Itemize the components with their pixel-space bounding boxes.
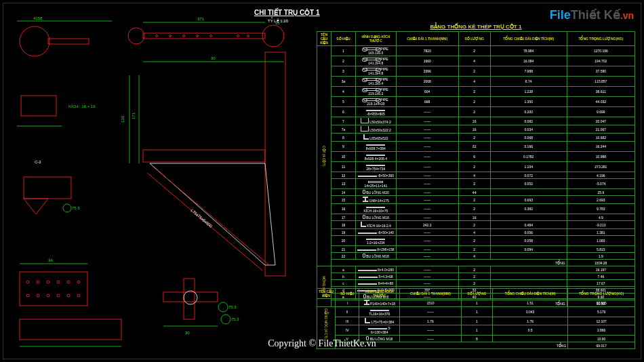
table2-header: TỔNG TRỌNG LƯỢNG(KG) bbox=[568, 289, 635, 299]
svg-point-22 bbox=[63, 204, 71, 212]
svg-point-61 bbox=[221, 315, 230, 324]
table-row: III L75×75×6×3841.7611.7612.107 bbox=[317, 317, 635, 325]
table-row: 5 PIPE 219.1x4×2066821.35044.032 bbox=[317, 97, 635, 107]
svg-point-42 bbox=[67, 281, 70, 283]
svg-point-41 bbox=[57, 281, 60, 283]
table-row: 6 -8×955×805——20.2009.699 bbox=[317, 107, 635, 117]
table-row: II TL16×16×376——10.0435.179 bbox=[317, 307, 635, 317]
table-row: 7 L50x50x374:2——160.08220.047 bbox=[317, 117, 635, 125]
table2-header: SỐ HIỆU bbox=[336, 289, 359, 299]
table-row: 4 PIPE 219.1x6.260421.22838.611 bbox=[317, 87, 635, 97]
table-row: 19 -8×50×140——40.0561.381 bbox=[317, 229, 635, 236]
table-row: 7a L50x50x322:2——160.03421.067 bbox=[317, 125, 635, 134]
svg-point-10 bbox=[197, 35, 199, 37]
svg-text:34: 34 bbox=[48, 258, 53, 262]
svg-point-4 bbox=[128, 28, 144, 44]
svg-point-7 bbox=[156, 35, 158, 37]
svg-text:L75x75x6x500: L75x75x6x500 bbox=[190, 208, 213, 228]
table2-header: SỐ LƯỢNG bbox=[461, 289, 492, 299]
svg-text:4158: 4158 bbox=[33, 16, 43, 20]
svg-point-8 bbox=[169, 35, 172, 37]
svg-rect-26 bbox=[143, 150, 265, 162]
svg-rect-25 bbox=[265, 52, 285, 276]
table-row: 2 PIPE 141.3x4.81660416.084194.702 bbox=[317, 56, 635, 66]
svg-text:171: 171 bbox=[132, 112, 136, 119]
table-row: 3a PIPE 141.3x5.4206848.74115.857 bbox=[317, 77, 635, 87]
table2-header: CHIỀU DÀI 1 THANH(MM) bbox=[400, 289, 461, 299]
table-row: 22 BU LÔNG M18——41.9 bbox=[317, 253, 635, 260]
table-row: 10 8x928.4×208.4——60.178210.988 bbox=[317, 152, 635, 162]
table1: TÊN CẤU KIỆNSỐ HIỆUHÌNH DẠNG-KÍCH THƯỚCC… bbox=[317, 31, 635, 307]
svg-line-28 bbox=[154, 167, 269, 265]
table-row: c 8×4×4×80——217.67 bbox=[317, 280, 635, 287]
table-row: 16 KÍCH:16×16×75——20.3829.783 bbox=[317, 204, 635, 214]
svg-text:75.3: 75.3 bbox=[72, 206, 80, 210]
table-row: CỘT (4 CỘT)1 PIPE 165.1x6.07823278.98412… bbox=[317, 46, 635, 56]
table-row: 15 I148×14×175——20.6932.693 bbox=[317, 196, 635, 204]
watermark-logo: FileThiết Kế.vn bbox=[550, 7, 634, 22]
table-row: 9 8x928:7×584——320.16616.244 bbox=[317, 142, 635, 152]
svg-point-38 bbox=[26, 281, 29, 283]
svg-point-13 bbox=[247, 35, 249, 37]
table1-header: HÌNH DẠNG-KÍCH THƯỚC bbox=[355, 32, 396, 46]
table-row: MÓNG (4 CT)a 8×4.0×280——219.197 bbox=[317, 266, 635, 273]
svg-text:KÍCH : 16 × 16: KÍCH : 16 × 16 bbox=[68, 104, 96, 108]
svg-point-9 bbox=[183, 35, 185, 37]
svg-point-40 bbox=[47, 281, 49, 283]
table-row: GIẰNG MÓC (4 CT)I P140×140×7×18151011.51… bbox=[317, 299, 635, 307]
svg-text:C-2: C-2 bbox=[35, 160, 41, 164]
table1-header: SỐ HIỆU bbox=[331, 32, 356, 46]
svg-point-6 bbox=[262, 25, 284, 47]
table1-header: CHIỀU DÀI 1 THANH(MM) bbox=[396, 32, 458, 46]
svg-text:75.3: 75.3 bbox=[228, 305, 237, 309]
steel-schedule-table-1: BẢNG THỐNG KÊ THÉP TRỤ CỘT 1 TÊN CẤU KIỆ… bbox=[317, 24, 635, 307]
table2-header: HÌNH DẠNG-KÍCH THƯỚC bbox=[359, 289, 400, 299]
table-row: 20 1:2×16×234——20.0581.083 bbox=[317, 236, 635, 246]
svg-point-48 bbox=[67, 294, 70, 297]
table1-header: TỔNG CHIỀU DÀI-DIỆN TÍCH(M) bbox=[490, 32, 567, 46]
table-row: 21 8×298×158——20.0945.815 bbox=[317, 246, 635, 253]
svg-text:75.3: 75.3 bbox=[231, 317, 239, 321]
cad-drawing-area: 4158 371 16 KÍCH : 16 × 16 75.3 C bbox=[7, 7, 313, 360]
svg-point-45 bbox=[37, 294, 39, 297]
svg-point-39 bbox=[37, 281, 39, 283]
svg-point-43 bbox=[77, 281, 80, 283]
table-row: 13 14×25×11×141——20.052-5.074 bbox=[317, 179, 635, 189]
svg-point-44 bbox=[26, 294, 29, 297]
svg-text:371: 371 bbox=[197, 17, 205, 21]
table-row: 11 28×754×734——21.104273.281 bbox=[317, 162, 635, 172]
drawing-canvas: CHI TIẾT TRỤ CỘT 1 TỶ LỆ 1:20 FileThiết … bbox=[3, 3, 641, 359]
svg-point-46 bbox=[47, 294, 49, 297]
svg-text:30: 30 bbox=[185, 331, 190, 335]
svg-point-12 bbox=[237, 35, 239, 37]
table-row: 17 BU LÔNG M18——164.9 bbox=[317, 214, 635, 221]
svg-rect-20 bbox=[24, 177, 71, 199]
table1-title: BẢNG THỐNG KÊ THÉP TRỤ CỘT 1 bbox=[317, 24, 635, 30]
table-row: b 5×4.3×68——27.46 bbox=[317, 273, 635, 280]
table-row: IV 3-6×130×384——10.52.866 bbox=[317, 325, 635, 336]
table2-header: TỔNG CHIỀU DÀI-DIỆN TÍCH(M) bbox=[492, 289, 567, 299]
svg-point-11 bbox=[210, 35, 212, 37]
svg-point-49 bbox=[77, 294, 80, 297]
svg-marker-27 bbox=[150, 163, 275, 265]
table2-header: TÊN CẤU KIỆN bbox=[317, 289, 336, 299]
table1-header: SỐ LƯỢNG bbox=[458, 32, 490, 46]
svg-rect-55 bbox=[184, 279, 195, 319]
table-row: 12 -8×50×360——40.0724.196 bbox=[317, 172, 635, 179]
svg-rect-37 bbox=[20, 272, 87, 306]
svg-point-57 bbox=[218, 302, 228, 312]
table-row: 14 BU LÔNG M20——4425.9 bbox=[317, 189, 635, 196]
svg-rect-54 bbox=[163, 292, 218, 302]
svg-point-0 bbox=[20, 26, 49, 56]
svg-text:16: 16 bbox=[275, 21, 280, 25]
svg-rect-17 bbox=[21, 96, 56, 116]
svg-rect-1 bbox=[48, 39, 89, 44]
table1-header: TÊN CẤU KIỆN bbox=[317, 32, 331, 46]
svg-point-56 bbox=[184, 291, 197, 304]
svg-text:30: 30 bbox=[211, 56, 216, 60]
copyright-text: Copyright © FileThietKe.vn bbox=[3, 338, 641, 349]
svg-text:130: 130 bbox=[121, 115, 125, 123]
table-row: 3 PIPE 141.3x4.8339627.98837.580 bbox=[317, 66, 635, 77]
svg-marker-21 bbox=[24, 199, 48, 214]
svg-rect-52 bbox=[20, 319, 121, 340]
